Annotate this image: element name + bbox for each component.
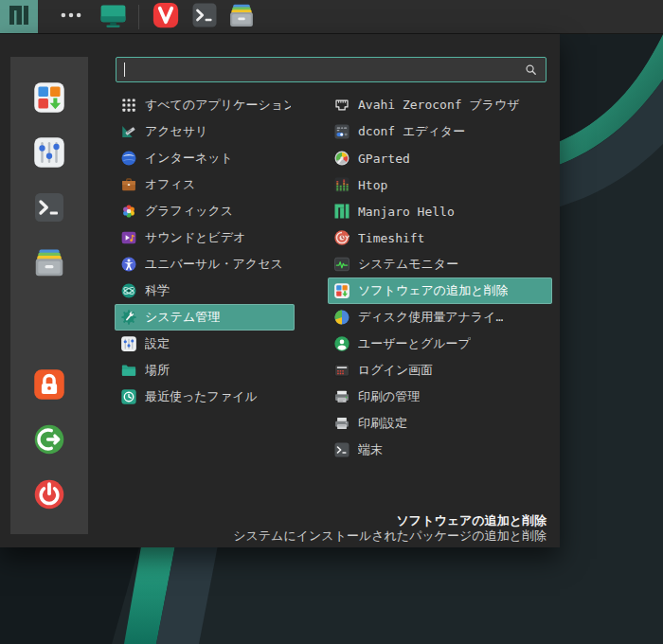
text-cursor — [124, 63, 125, 77]
panel-separator — [138, 5, 139, 29]
category-item[interactable]: グラフィックス — [115, 198, 295, 224]
app-item[interactable]: Htop — [328, 171, 552, 198]
system-icon — [120, 309, 137, 326]
category-item[interactable]: サウンドとビデオ — [115, 224, 295, 251]
menu-sidebar — [10, 57, 88, 534]
category-list: すべてのアプリケーション アクセサリ インターネット オフィス グラフィックス … — [115, 92, 295, 410]
category-item[interactable]: システム管理 — [115, 304, 295, 331]
favorite-file-manager[interactable] — [32, 245, 66, 279]
category-item[interactable]: すべてのアプリケーション — [115, 92, 295, 118]
print-settings-icon — [333, 415, 350, 432]
power-icon — [32, 477, 66, 511]
category-item[interactable]: オフィス — [115, 171, 295, 198]
science-icon — [120, 282, 137, 299]
pamac-icon — [32, 80, 66, 115]
category-item[interactable]: 場所 — [115, 357, 295, 384]
file-drawer-icon — [227, 1, 256, 32]
app-item[interactable]: ソフトウェアの追加と削除 — [328, 277, 552, 304]
lock-screen-button[interactable] — [32, 367, 66, 402]
dconf-icon — [333, 123, 350, 140]
app-item[interactable]: ログイン画面 — [328, 357, 552, 384]
terminal-icon — [190, 1, 219, 32]
category-item[interactable]: 科学 — [115, 277, 295, 304]
app-item[interactable]: Manjaro Hello — [328, 198, 552, 224]
desktop-button[interactable] — [95, 0, 131, 33]
recent-icon — [120, 388, 137, 405]
sliders-icon — [32, 135, 66, 170]
accessibility-icon — [120, 256, 137, 273]
selection-info: ソフトウェアの追加と削除 システムにインストールされたパッケージの追加と削除 — [233, 513, 547, 545]
app-item[interactable]: システムモニター — [328, 251, 552, 277]
app-item[interactable]: Avahi Zeroconf ブラウザ — [328, 92, 552, 118]
accessories-icon — [120, 123, 137, 140]
session-list — [32, 367, 66, 511]
folder-icon — [120, 362, 137, 379]
app-item[interactable]: GParted — [328, 145, 552, 171]
dots-icon — [59, 3, 83, 30]
category-item[interactable]: ユニバーサル・アクセス — [115, 251, 295, 277]
app-item[interactable]: ディスク使用量アナライ… — [328, 304, 552, 331]
category-item[interactable]: 設定 — [115, 331, 295, 357]
manjaro-logo-icon — [8, 4, 30, 29]
pamac-icon — [333, 282, 350, 299]
vivaldi-launcher[interactable] — [148, 0, 184, 33]
all-apps-icon — [120, 97, 137, 114]
desktop: すべてのアプリケーション アクセサリ インターネット オフィス グラフィックス … — [0, 0, 663, 644]
terminal-icon — [32, 190, 66, 224]
manjaro-hello-icon — [333, 203, 350, 220]
graphics-icon — [120, 203, 137, 220]
internet-icon — [120, 150, 137, 167]
logout-icon — [32, 422, 66, 456]
favorites-list — [32, 80, 66, 279]
login-screen-icon — [333, 362, 350, 379]
favorite-software[interactable] — [32, 80, 66, 115]
whisker-menu: すべてのアプリケーション アクセサリ インターネット オフィス グラフィックス … — [0, 34, 560, 547]
terminal-launcher[interactable] — [187, 0, 223, 33]
search-icon — [524, 63, 538, 77]
overflow-dots-button[interactable] — [54, 0, 88, 33]
system-monitor-icon — [333, 256, 350, 273]
terminal-icon — [333, 441, 350, 458]
file-manager-launcher[interactable] — [224, 0, 260, 33]
users-icon — [333, 335, 350, 352]
multimedia-icon — [120, 229, 137, 246]
category-item[interactable]: アクセサリ — [115, 118, 295, 145]
lock-icon — [32, 367, 66, 402]
sliders-icon — [120, 335, 137, 352]
app-item[interactable]: ユーザーとグループ — [328, 331, 552, 357]
selection-description: システムにインストールされたパッケージの追加と削除 — [233, 528, 547, 544]
vivaldi-icon — [152, 1, 180, 32]
office-icon — [120, 176, 137, 193]
app-item[interactable]: Timeshift — [328, 224, 552, 251]
timeshift-icon — [333, 229, 350, 246]
favorite-settings[interactable] — [32, 135, 66, 170]
app-item[interactable]: 端末 — [328, 437, 552, 463]
app-item[interactable]: 印刷の管理 — [328, 384, 552, 410]
applications-menu-button[interactable] — [0, 0, 38, 33]
selection-title: ソフトウェアの追加と削除 — [233, 513, 547, 528]
category-item[interactable]: 最近使ったファイル — [115, 384, 295, 410]
app-item[interactable]: dconf エディター — [328, 118, 552, 145]
shut-down-button[interactable] — [32, 477, 66, 511]
top-panel — [0, 0, 663, 34]
favorite-terminal[interactable] — [32, 190, 66, 224]
print-manager-icon — [333, 388, 350, 405]
disk-usage-icon — [333, 309, 350, 326]
search-box[interactable] — [116, 57, 547, 82]
app-item[interactable]: 印刷設定 — [328, 410, 552, 437]
avahi-icon — [333, 97, 350, 114]
desktop-icon — [99, 1, 128, 33]
log-out-button[interactable] — [32, 422, 66, 456]
search-input[interactable] — [127, 63, 524, 77]
application-list: Avahi Zeroconf ブラウザ dconf エディター GParted … — [328, 92, 552, 463]
file-drawer-icon — [32, 245, 66, 279]
htop-icon — [333, 176, 350, 193]
category-item[interactable]: インターネット — [115, 145, 295, 171]
gparted-icon — [333, 150, 350, 167]
